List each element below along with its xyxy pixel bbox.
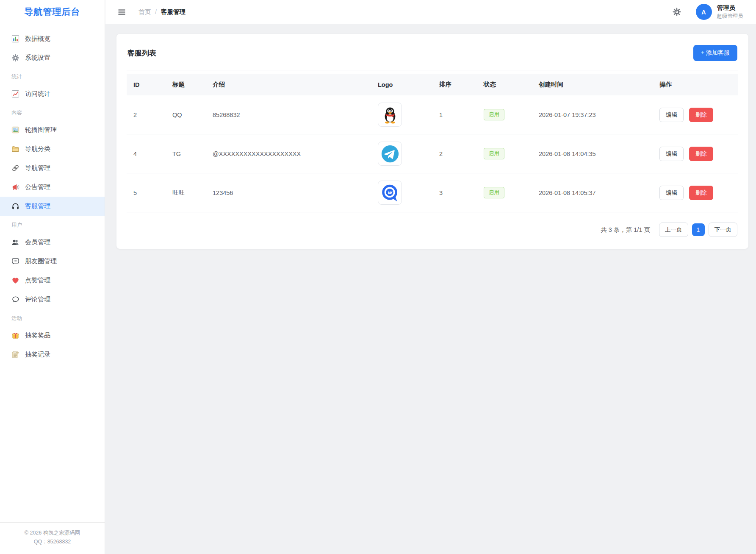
column-header-actions: 操作 <box>653 74 738 95</box>
sidebar-item-data-overview[interactable]: 数据概览 <box>0 29 105 48</box>
cell-created-at: 2026-01-08 14:05:37 <box>532 173 653 212</box>
sidebar-item-label: 朋友圈管理 <box>25 257 57 265</box>
column-header-logo: Logo <box>371 74 432 95</box>
sidebar-item-moments[interactable]: 朋友圈管理 <box>0 252 105 271</box>
picture-icon <box>11 126 19 134</box>
table-row: 5 旺旺 123456 w <box>127 173 738 212</box>
line-chart-icon <box>11 90 19 98</box>
sidebar-group-heading-activity: 活动 <box>0 309 105 326</box>
sidebar-footer: © 2026 狗凯之家源码网 QQ：85268832 <box>0 522 105 554</box>
delete-button[interactable]: 删除 <box>689 147 713 161</box>
sidebar-item-visit-stats[interactable]: 访问统计 <box>0 84 105 103</box>
edit-button[interactable]: 编辑 <box>659 186 684 200</box>
breadcrumb-current: 客服管理 <box>161 8 186 16</box>
bar-chart-icon <box>11 35 19 43</box>
sidebar-item-label: 公告管理 <box>25 183 50 191</box>
table-row: 4 TG @XXXXXXXXXXXXXXXXXXXX 2 <box>127 134 738 173</box>
sidebar-item-label: 访问统计 <box>25 90 50 98</box>
settings-gear-icon[interactable] <box>672 7 681 17</box>
sidebar-item-lottery-prizes[interactable]: 抽奖奖品 <box>0 326 105 345</box>
sidebar-item-system-settings[interactable]: 系统设置 <box>0 48 105 67</box>
column-header-id: ID <box>127 74 166 95</box>
telegram-logo-image <box>378 142 402 166</box>
cell-created-at: 2026-01-08 14:04:35 <box>532 134 653 173</box>
sidebar-item-label: 导航分类 <box>25 145 50 153</box>
prev-page-button[interactable]: 上一页 <box>659 223 688 237</box>
column-header-created: 创建时间 <box>532 74 653 95</box>
cell-intro: @XXXXXXXXXXXXXXXXXXXX <box>206 134 371 173</box>
topbar-right: A 管理员 超级管理员 <box>672 4 744 20</box>
breadcrumb-home[interactable]: 首页 <box>138 8 151 16</box>
sidebar-item-likes[interactable]: 点赞管理 <box>0 271 105 290</box>
sidebar-item-carousel[interactable]: 轮播图管理 <box>0 120 105 139</box>
sidebar-item-announcement[interactable]: 公告管理 <box>0 178 105 197</box>
customer-service-table: ID 标题 介绍 Logo 排序 状态 创建时间 操作 2 QQ <box>127 74 738 212</box>
gift-icon <box>11 331 19 340</box>
cell-intro: 123456 <box>206 173 371 212</box>
status-badge: 启用 <box>484 187 504 198</box>
qq-logo-image <box>378 103 402 127</box>
heart-icon <box>11 276 19 284</box>
sidebar-item-customer-service[interactable]: 客服管理 <box>0 197 105 216</box>
sidebar-item-label: 评论管理 <box>25 295 50 303</box>
sidebar-item-comments[interactable]: 评论管理 <box>0 290 105 309</box>
app-title: 导航管理后台 <box>0 0 105 24</box>
status-badge: 启用 <box>484 109 504 120</box>
main-content: 客服列表 + 添加客服 ID 标题 介绍 Logo 排序 状态 <box>105 24 756 249</box>
edit-button[interactable]: 编辑 <box>659 108 684 122</box>
users-icon <box>11 238 19 246</box>
link-icon <box>11 164 19 172</box>
folder-icon <box>11 145 19 153</box>
next-page-button[interactable]: 下一页 <box>709 223 738 237</box>
sidebar-item-lottery-records[interactable]: 抽奖记录 <box>0 345 105 364</box>
cell-intro: 85268832 <box>206 95 371 134</box>
cell-created-at: 2026-01-07 19:37:23 <box>532 95 653 134</box>
sidebar-item-label: 抽奖奖品 <box>25 331 50 340</box>
avatar[interactable]: A <box>696 4 712 20</box>
headphones-icon <box>11 202 19 210</box>
sidebar-menu: 数据概览 系统设置 统计 访问统计 内容 轮播图管理 导航分 <box>0 24 105 522</box>
contact-qq-text: QQ：85268832 <box>3 537 101 546</box>
sidebar-item-label: 轮播图管理 <box>25 126 57 134</box>
sidebar: 导航管理后台 数据概览 系统设置 统计 访问统计 内容 轮播图 <box>0 0 105 554</box>
sidebar-item-label: 客服管理 <box>25 202 50 210</box>
table-wrapper: ID 标题 介绍 Logo 排序 状态 创建时间 操作 2 QQ <box>116 70 748 212</box>
copyright-text: © 2026 狗凯之家源码网 <box>3 529 101 537</box>
user-name: 管理员 <box>717 4 744 12</box>
cell-title: TG <box>166 134 206 173</box>
cell-title: QQ <box>166 95 206 134</box>
page-number-button[interactable]: 1 <box>692 223 705 236</box>
table-row: 2 QQ 85268832 <box>127 95 738 134</box>
card-header: 客服列表 + 添加客服 <box>116 34 748 70</box>
sidebar-item-label: 会员管理 <box>25 238 50 246</box>
status-badge: 启用 <box>484 148 504 159</box>
breadcrumb-separator: / <box>155 8 157 15</box>
cell-id: 2 <box>127 95 166 134</box>
cell-sort: 2 <box>432 134 477 173</box>
sidebar-item-members[interactable]: 会员管理 <box>0 233 105 252</box>
edit-button[interactable]: 编辑 <box>659 147 684 161</box>
cell-id: 4 <box>127 134 166 173</box>
sidebar-item-nav-category[interactable]: 导航分类 <box>0 139 105 159</box>
wangwang-logo-image: w <box>378 181 402 205</box>
column-header-intro: 介绍 <box>206 74 371 95</box>
sidebar-item-label: 导航管理 <box>25 164 50 172</box>
gear-icon <box>11 54 19 62</box>
svg-text:w: w <box>387 189 392 195</box>
table-header-row: ID 标题 介绍 Logo 排序 状态 创建时间 操作 <box>127 74 738 95</box>
delete-button[interactable]: 删除 <box>689 186 713 200</box>
delete-button[interactable]: 删除 <box>689 108 713 122</box>
user-role: 超级管理员 <box>717 13 744 19</box>
breadcrumb: 首页 / 客服管理 <box>138 8 186 16</box>
sidebar-item-label: 数据概览 <box>25 35 50 43</box>
pagination: 共 3 条，第 1/1 页 上一页 1 下一页 <box>116 212 748 249</box>
add-customer-service-button[interactable]: + 添加客服 <box>693 45 737 61</box>
user-meta: 管理员 超级管理员 <box>717 4 744 19</box>
sidebar-item-nav-manage[interactable]: 导航管理 <box>0 159 105 178</box>
topbar: 首页 / 客服管理 A 管理员 超级管理员 <box>105 0 756 24</box>
sidebar-group-heading-content: 内容 <box>0 103 105 120</box>
scroll-icon <box>11 351 19 359</box>
customer-service-card: 客服列表 + 添加客服 ID 标题 介绍 Logo 排序 状态 <box>116 34 748 249</box>
hamburger-menu-icon[interactable] <box>117 8 126 17</box>
chat-dots-icon <box>11 257 19 265</box>
